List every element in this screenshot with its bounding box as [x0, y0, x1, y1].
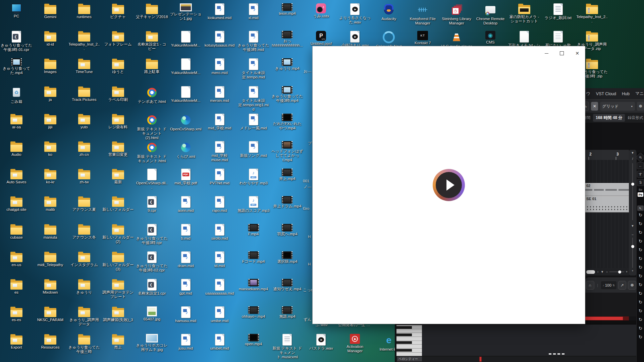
desktop-icon[interactable]: rajio.mid: [204, 196, 236, 213]
timeline-ruler[interactable]: 2 3: [585, 150, 629, 160]
desktop-icon[interactable]: ja: [34, 86, 66, 102]
desktop-icon[interactable]: sirofo.mid: [204, 224, 236, 241]
desktop-icon[interactable]: ゆうと: [102, 58, 134, 74]
desktop-icon[interactable]: 通知ウゼえ.mp4: [271, 279, 303, 291]
desktop-icon[interactable]: 新規 テキスト ドキュメント (2).html: [136, 114, 168, 140]
desktop-icon[interactable]: dram.mid: [170, 251, 202, 268]
desktop-icon[interactable]: 羽尻へ.mp4: [271, 224, 303, 236]
desktop-icon[interactable]: gpt.mid: [170, 279, 202, 296]
loop-icon[interactable]: ↻: [639, 333, 642, 342]
desktop-icon[interactable]: アナウンス冬: [68, 224, 100, 240]
desktop-icon[interactable]: NKSC_PARAM: [34, 306, 66, 322]
desktop-icon[interactable]: インスタグラム: [68, 251, 100, 267]
daw-menu-vst-cloud[interactable]: VST Cloud: [596, 92, 616, 96]
desktop-icon[interactable]: OpenCvSharp.dll...: [136, 169, 168, 190]
desktop-icon[interactable]: きゅうり食ってた午後3時-02.cpr: [136, 251, 168, 273]
window-titlebar[interactable]: ✕: [313, 46, 585, 60]
desktop-icon[interactable]: きゅうり食ってた午後3時.mid: [237, 31, 270, 52]
loop-icon[interactable]: ↻: [639, 324, 642, 333]
desktop-icon[interactable]: くらび.xml: [170, 141, 202, 159]
desktop-icon[interactable]: タイトル未設定.tempo.mid: [237, 58, 270, 79]
vzoom-in-button[interactable]: +: [629, 269, 636, 273]
desktop-icon[interactable]: 新規 テキスト ドキュメント.musicxml: [271, 334, 303, 359]
desktop-icon[interactable]: mid_学校muse.mid: [204, 141, 236, 162]
desktop-icon[interactable]: malib: [34, 196, 66, 212]
velocity-value-field[interactable]: ♪ 100 ⇅: [601, 281, 616, 289]
desktop-icon[interactable]: Gemini: [34, 3, 66, 19]
desktop-icon[interactable]: Export: [0, 334, 33, 350]
desktop-icon[interactable]: アナウンス夏: [68, 196, 100, 212]
desktop-icon[interactable]: aorin.mid: [170, 196, 202, 213]
desktop-icon[interactable]: 無題.mp4: [271, 306, 303, 319]
desktop-icon[interactable]: テンポあて.html: [136, 86, 168, 104]
audio-clip-02[interactable]: 02: [585, 183, 629, 196]
desktop-icon[interactable]: umibe.mid: [204, 306, 236, 323]
desktop-icon[interactable]: mid_学校.mid: [204, 114, 236, 130]
desktop-icon[interactable]: きゅうり食ってた午後3時.mp4: [271, 86, 303, 103]
desktop-icon[interactable]: YukkuriMovieM...: [170, 31, 202, 48]
hscroll-caret[interactable]: ▼: [601, 270, 604, 274]
desktop-icon[interactable]: 井上.mp4: [271, 169, 303, 181]
desktop-icon[interactable]: わかりやす.mp3: [237, 169, 270, 185]
automation-curve-button[interactable]: ∿: [585, 102, 589, 111]
desktop-icon[interactable]: ko: [34, 141, 66, 157]
desktop-icon[interactable]: b.mid: [170, 224, 202, 241]
desktop-icon[interactable]: メドレー風.mid: [237, 114, 270, 130]
desktop-icon[interactable]: プレゼンテーション1.jpg: [170, 3, 202, 21]
desktop-icon[interactable]: きゅうり: [68, 279, 100, 295]
desktop-icon[interactable]: だれだFXいれたやつ.mp4: [271, 114, 303, 130]
desktop-icon[interactable]: id-id: [34, 31, 66, 47]
desktop-icon[interactable]: jusu.mid: [170, 334, 202, 351]
editor-settings-button[interactable]: ☸: [628, 281, 636, 290]
desktop-icon[interactable]: Audio: [0, 141, 33, 157]
desktop-icon[interactable]: タイトル未設定.tempo.orig1.mid: [237, 86, 270, 112]
desktop-icon[interactable]: runtimes: [68, 3, 100, 19]
desktop-icon[interactable]: ar-sa: [0, 114, 33, 129]
desktop-icon[interactable]: OpenCvSharp.xml: [170, 114, 202, 131]
horizontal-scrollbar[interactable]: › ▼ – +: [585, 268, 629, 276]
desktop-icon[interactable]: Kontakt 7: [407, 31, 439, 45]
loop-icon[interactable]: ↻: [639, 228, 642, 237]
loop-icon[interactable]: ↻: [639, 254, 642, 263]
desktop-icon[interactable]: Auto Saves: [0, 169, 33, 184]
daw-menu-manual[interactable]: マニュア: [635, 91, 644, 97]
desktop-icon[interactable]: umibet.mid: [204, 334, 236, 351]
desktop-icon[interactable]: td.mid: [204, 251, 236, 268]
loop-curve-button[interactable]: ∩: [586, 281, 594, 290]
loop-icon[interactable]: ↻: [639, 298, 642, 307]
maximize-button[interactable]: [554, 48, 570, 58]
desktop-icon[interactable]: 新規 テキスト ドキュメント.html: [136, 141, 168, 163]
desktop-icon[interactable]: ラジオ_歌詞.txt: [542, 3, 574, 20]
open-editor-button[interactable]: ↗: [618, 281, 627, 290]
desktop-icon[interactable]: きゅうり食ってた午後3時-01.cpr: [0, 31, 33, 52]
vzoom-track[interactable]: [632, 238, 633, 268]
minimize-button[interactable]: [539, 48, 554, 58]
zoom-tool-button[interactable]: /: [629, 157, 636, 161]
stepper-icon[interactable]: ⇅: [612, 284, 615, 287]
desktop-icon[interactable]: きゅうり.mp4: [271, 58, 303, 71]
arrange-area[interactable]: 02 SE 01: [585, 160, 629, 268]
loop-icon[interactable]: ↻: [639, 289, 642, 298]
desktop-icon[interactable]: zh-cn: [68, 141, 100, 157]
loop-icon[interactable]: ↻: [639, 237, 642, 246]
desktop-icon[interactable]: chatgpt-site: [0, 196, 33, 212]
rack-chip-pe[interactable]: Pe: [638, 192, 644, 197]
desktop-icon[interactable]: PVTNd.mid: [204, 169, 236, 185]
desktop-icon[interactable]: 選択肢.mp4: [271, 251, 303, 264]
velocity-bar[interactable]: [479, 357, 482, 362]
desktop-icon[interactable]: Mixdown: [34, 279, 66, 295]
desktop-icon[interactable]: 新しいフォルダー (3): [102, 251, 134, 272]
desktop-icon[interactable]: 新規ソング.mid: [237, 141, 270, 158]
hzoom-out-button[interactable]: –: [606, 270, 608, 274]
desktop-icon[interactable]: open.mp4: [237, 334, 270, 346]
desktop-icon[interactable]: Keepforest File Manager: [407, 3, 439, 25]
desktop-icon[interactable]: es-es: [0, 306, 33, 322]
desktop-icon[interactable]: 路上駐車: [136, 58, 168, 74]
vzoom-out-button[interactable]: –: [629, 233, 636, 236]
desktop-icon[interactable]: Telepathy_Inst_2...: [576, 3, 608, 23]
search-icon[interactable]: ⚲: [636, 153, 644, 163]
desktop-icon[interactable]: 調声練習(失敗)_3: [102, 306, 134, 322]
desktop-icon[interactable]: teion.mp4: [271, 3, 303, 16]
desktop-icon[interactable]: TimeTune: [68, 58, 100, 74]
desktop-icon[interactable]: 営業日変更: [102, 141, 134, 157]
